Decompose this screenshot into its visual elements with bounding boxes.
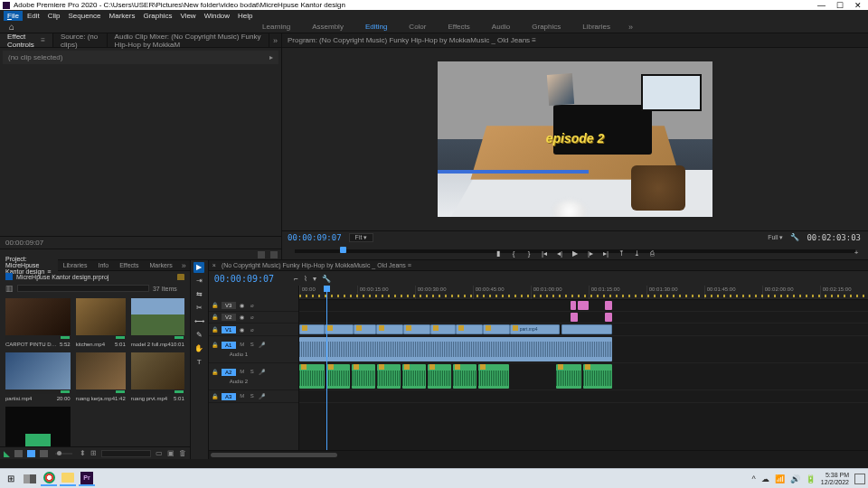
program-timecode-current[interactable]: 00:00:09:07 — [288, 233, 342, 242]
freeform-view-icon[interactable] — [40, 450, 48, 457]
mark-clip-icon[interactable]: } — [524, 249, 533, 258]
menu-clip[interactable]: Clip — [44, 12, 64, 20]
workspace-assembly[interactable]: Assembly — [301, 23, 354, 31]
clip[interactable] — [403, 324, 430, 334]
source-icon-1[interactable] — [258, 251, 265, 258]
type-tool-icon[interactable]: T — [193, 357, 204, 368]
playhead[interactable] — [326, 286, 327, 450]
toggle-output-icon[interactable]: ◉ — [239, 326, 246, 333]
lock-icon[interactable]: 🔒 — [212, 314, 219, 321]
toggle-output-icon[interactable]: ◉ — [239, 314, 246, 321]
track-tag-v1[interactable]: V1 — [222, 326, 236, 333]
clip[interactable] — [354, 324, 376, 334]
media-item[interactable] — [5, 407, 71, 446]
clip[interactable] — [571, 301, 576, 310]
razor-tool-icon[interactable]: ✂ — [193, 303, 204, 314]
start-button[interactable]: ⊞ — [3, 472, 19, 486]
tab-effects[interactable]: Effects — [114, 262, 144, 268]
audio-clip[interactable] — [453, 364, 476, 389]
close-button[interactable]: ✕ — [854, 1, 862, 10]
tray-volume-icon[interactable]: 🔊 — [790, 474, 800, 483]
audio-clip[interactable] — [326, 364, 350, 389]
tray-onedrive-icon[interactable]: ☁ — [761, 474, 769, 483]
workspace-effects[interactable]: Effects — [437, 23, 480, 31]
action-center-icon[interactable] — [854, 474, 865, 484]
mic-icon[interactable]: 🎤 — [259, 393, 266, 400]
audio-clip[interactable] — [377, 364, 401, 389]
maximize-button[interactable]: ☐ — [836, 1, 844, 10]
goto-in-icon[interactable]: |◂ — [540, 249, 549, 258]
track-tag-v2[interactable]: V2 — [222, 314, 236, 321]
panel-overflow-icon[interactable]: » — [269, 36, 281, 45]
home-icon[interactable]: ⌂ — [0, 22, 24, 32]
workspace-learning[interactable]: Learning — [251, 23, 301, 31]
tab-audio-mixer[interactable]: Audio Clip Mixer: (No Copyright Music) F… — [108, 33, 269, 47]
thumb-size-slider[interactable] — [55, 453, 72, 455]
menu-file[interactable]: File — [4, 11, 23, 21]
clip[interactable] — [483, 324, 510, 334]
minimize-button[interactable]: — — [817, 1, 826, 10]
tab-libraries[interactable]: Libraries — [58, 262, 93, 268]
workspace-editing[interactable]: Editing — [354, 23, 398, 31]
workspace-graphics[interactable]: Graphics — [521, 23, 571, 31]
zoom-fit-select[interactable]: Fit ▾ — [349, 233, 374, 242]
list-view-icon[interactable] — [14, 450, 23, 457]
ripple-tool-icon[interactable]: ⇆ — [193, 289, 204, 300]
tab-effect-controls[interactable]: Effect Controls≡ — [0, 33, 53, 47]
tab-source-noclips[interactable]: Source: (no clips) — [53, 33, 108, 47]
audio-clip[interactable] — [583, 364, 612, 389]
clip[interactable] — [605, 313, 612, 322]
extract-icon[interactable]: ⤓ — [632, 249, 641, 258]
menu-sequence[interactable]: Sequence — [64, 12, 104, 20]
clip[interactable] — [578, 301, 589, 310]
workspace-color[interactable]: Color — [398, 23, 437, 31]
project-filter-input[interactable] — [17, 285, 149, 292]
tray-chevron-icon[interactable]: ^ — [752, 474, 756, 483]
export-frame-icon[interactable]: ⎙ — [647, 249, 656, 258]
taskbar-premiere-icon[interactable]: Pr — [79, 472, 95, 486]
system-clock[interactable]: 5:38 PM 12/2/2022 — [821, 472, 849, 486]
hand-tool-icon[interactable]: ✋ — [193, 343, 204, 354]
track-tag-a1[interactable]: A1 — [222, 342, 236, 349]
icon-view-icon[interactable] — [27, 450, 35, 457]
tray-network-icon[interactable]: 📶 — [775, 474, 785, 483]
lock-icon[interactable]: 🔒 — [212, 326, 219, 333]
noclip-chevron-icon[interactable]: ▸ — [269, 53, 273, 61]
lift-icon[interactable]: ⤒ — [617, 249, 626, 258]
mark-in-icon[interactable]: ▮ — [494, 249, 503, 258]
sort-icon[interactable]: ⬍ — [80, 449, 86, 457]
program-monitor[interactable]: episode 2 — [282, 48, 868, 230]
auto-sequence-icon[interactable]: ⊞ — [90, 449, 97, 457]
pen-tool-icon[interactable]: ✎ — [193, 330, 204, 341]
project-overflow-icon[interactable]: » — [178, 261, 190, 270]
marker-icon[interactable]: ▾ — [313, 275, 316, 283]
track-tag-a2[interactable]: A2 — [222, 369, 236, 376]
clip[interactable] — [561, 324, 612, 334]
track-select-tool-icon[interactable]: ⇥ — [193, 276, 204, 286]
menu-markers[interactable]: Markers — [106, 12, 139, 20]
selection-tool-icon[interactable]: ▶ — [193, 262, 204, 273]
clip[interactable] — [376, 324, 403, 334]
toggle-output-icon[interactable]: ◉ — [239, 302, 246, 309]
audio-clip[interactable] — [299, 337, 612, 361]
play-icon[interactable]: ▶ — [571, 249, 580, 258]
source-icon-2[interactable] — [270, 251, 278, 258]
lock-icon[interactable]: 🔒 — [212, 342, 219, 349]
new-item-icon[interactable]: ◣ — [4, 449, 10, 458]
lock-icon[interactable]: 🔒 — [212, 393, 219, 400]
audio-clip[interactable] — [299, 364, 325, 389]
delete-icon[interactable]: 🗑 — [179, 449, 186, 457]
clip[interactable] — [430, 324, 456, 334]
slip-tool-icon[interactable]: ⟷ — [193, 316, 204, 327]
clip[interactable] — [325, 324, 354, 334]
media-item[interactable]: ruang prvt.mp45:01 — [131, 352, 184, 401]
track-tag-a3[interactable]: A3 — [222, 393, 236, 400]
taskbar-chrome-icon[interactable] — [41, 472, 57, 486]
taskbar-explorer-icon[interactable] — [60, 472, 76, 486]
media-item[interactable]: model 2 full.mp410:01 — [131, 298, 184, 347]
task-view-icon[interactable] — [22, 472, 38, 486]
find-input[interactable] — [101, 450, 151, 457]
settings-icon[interactable]: 🔧 — [790, 233, 799, 241]
media-item[interactable]: ruang kerja.mp41:42 — [76, 352, 126, 401]
playhead-handle[interactable] — [340, 247, 346, 253]
